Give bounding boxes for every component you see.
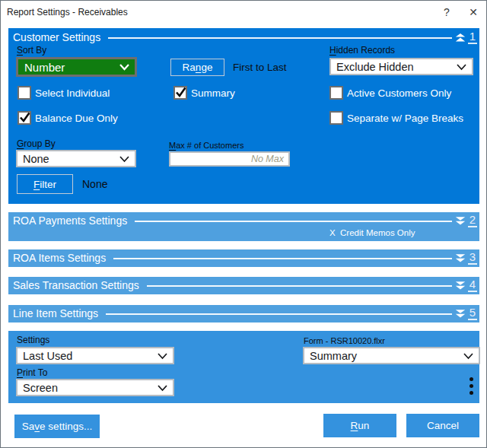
checkbox-box — [18, 86, 31, 100]
help-button[interactable]: ? — [439, 1, 454, 24]
titlebar: Report Settings - Receivables ? ✕ — [1, 1, 486, 24]
section-number-3[interactable]: 3 — [468, 251, 477, 265]
expand-down-icon[interactable] — [455, 310, 466, 318]
section-number-2[interactable]: 2 — [468, 214, 477, 227]
sales-transaction-title: Sales Transaction Settings — [13, 279, 139, 291]
chevron-down-icon — [158, 385, 167, 392]
range-value: First to Last — [233, 59, 287, 76]
chevron-down-icon — [158, 353, 167, 360]
kebab-dot — [469, 377, 473, 381]
print-to-value: Screen — [23, 382, 58, 394]
window-title: Report Settings - Receivables — [7, 1, 128, 24]
expand-down-icon[interactable] — [455, 217, 466, 225]
group-by-value: None — [23, 153, 49, 165]
checkbox-box — [329, 86, 343, 100]
header-rule — [135, 221, 451, 222]
report-settings-dialog: Report Settings - Receivables ? ✕ Custom… — [0, 0, 487, 448]
line-item-header: Line Item Settings 5 — [13, 306, 477, 321]
form-select[interactable]: Summary — [303, 347, 480, 364]
settings-select[interactable]: Last Used — [16, 347, 174, 364]
header-rule — [108, 37, 451, 39]
more-options-button[interactable] — [466, 377, 476, 395]
customer-settings-header: Customer Settings 1 — [13, 30, 477, 45]
sales-transaction-header: Sales Transaction Settings 4 — [13, 278, 477, 293]
expand-down-icon[interactable] — [455, 281, 466, 290]
section-number-4[interactable]: 4 — [468, 278, 477, 292]
chevron-down-icon — [457, 64, 466, 71]
form-label: Form - RSR10020.flxr — [304, 336, 385, 345]
sales-transaction-section: Sales Transaction Settings 4 — [8, 277, 479, 294]
hidden-records-select[interactable]: Exclude Hidden — [329, 58, 473, 75]
print-to-select[interactable]: Screen — [16, 379, 174, 396]
chevron-down-icon — [119, 156, 129, 163]
header-rule — [106, 313, 452, 315]
checkbox-active-customers-only[interactable]: Active Customers Only — [329, 86, 451, 100]
section-number-5[interactable]: 5 — [468, 307, 477, 320]
group-by-select[interactable]: None — [16, 150, 136, 167]
roa-payments-title: ROA Payments Settings — [13, 214, 127, 227]
group-by-label: Group By — [17, 139, 56, 149]
max-customers-placeholder: No Max — [251, 154, 284, 164]
close-button[interactable]: ✕ — [463, 1, 483, 24]
kebab-dot — [469, 384, 473, 388]
save-settings-button[interactable]: Save settings... — [14, 415, 100, 438]
line-item-title: Line Item Settings — [13, 307, 98, 319]
hidden-records-value: Exclude Hidden — [336, 61, 414, 73]
form-value: Summary — [310, 350, 357, 362]
checkbox-separate-page-breaks[interactable]: Separate w/ Page Breaks — [329, 111, 463, 125]
settings-value: Last Used — [23, 350, 72, 362]
hidden-records-label: Hidden Records — [329, 46, 395, 56]
max-customers-label: Max # of Customers — [169, 141, 244, 150]
customer-settings-title: Customer Settings — [13, 31, 100, 43]
chevron-down-icon — [463, 353, 473, 360]
header-rule — [113, 258, 451, 259]
checkbox-balance-due-only[interactable]: Balance Due Only — [18, 111, 118, 125]
chevron-down-icon — [119, 64, 129, 71]
cancel-button[interactable]: Cancel — [406, 414, 479, 437]
roa-payments-header: ROA Payments Settings 2 — [13, 213, 477, 228]
header-rule — [147, 285, 452, 287]
roa-items-title: ROA Items Settings — [13, 252, 106, 264]
check-icon — [175, 87, 186, 98]
expand-down-icon[interactable] — [455, 254, 466, 262]
sort-by-value: Number — [24, 61, 65, 74]
print-to-label: Print To — [17, 368, 47, 378]
roa-payments-note: X Credit Memos Only — [329, 228, 415, 237]
kebab-dot — [469, 391, 473, 395]
filter-button[interactable]: Filter — [17, 174, 73, 194]
roa-payments-section: ROA Payments Settings 2 X Credit Memos O… — [8, 212, 479, 241]
checkbox-select-individual[interactable]: Select Individual — [18, 86, 110, 100]
run-button[interactable]: Run — [323, 414, 396, 437]
collapse-up-icon[interactable] — [455, 33, 466, 42]
output-settings-panel: Settings Last Used Form - RSR10020.flxr … — [8, 331, 479, 403]
settings-label: Settings — [17, 335, 49, 345]
sort-by-select[interactable]: Number — [16, 57, 137, 77]
filter-value: None — [82, 174, 107, 194]
check-icon — [19, 112, 30, 123]
roa-items-section: ROA Items Settings 3 — [8, 249, 479, 267]
checkbox-box — [329, 111, 343, 125]
customer-settings-panel: Customer Settings 1 Sort By Number Range… — [8, 28, 479, 204]
range-button[interactable]: Range — [170, 59, 224, 76]
checkbox-summary[interactable]: Summary — [173, 86, 235, 100]
line-item-section: Line Item Settings 5 — [8, 305, 479, 322]
max-customers-input[interactable]: No Max — [169, 151, 290, 167]
section-number-1[interactable]: 1 — [468, 30, 477, 44]
sort-by-label: Sort By — [17, 46, 46, 56]
checkbox-box — [173, 86, 187, 100]
roa-items-header: ROA Items Settings 3 — [13, 250, 477, 265]
checkbox-box — [18, 111, 31, 125]
